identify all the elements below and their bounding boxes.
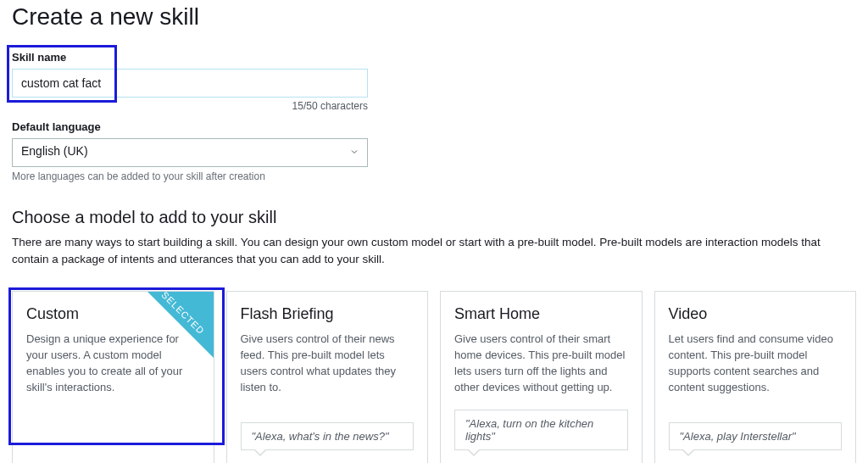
- model-section-title: Choose a model to add to your skill: [12, 208, 856, 227]
- card-title: Smart Home: [454, 305, 628, 323]
- skill-name-group: Skill name 15/50 characters: [12, 51, 368, 112]
- model-cards: SELECTED Custom Design a unique experien…: [12, 291, 856, 463]
- model-card-custom[interactable]: SELECTED Custom Design a unique experien…: [12, 291, 214, 463]
- card-description: Give users control of their news feed. T…: [241, 332, 415, 408]
- card-title: Flash Briefing: [241, 305, 415, 323]
- page-title: Create a new skill: [12, 3, 856, 31]
- card-description: Let users find and consume video content…: [669, 332, 843, 408]
- card-description: Design a unique experience for your user…: [26, 332, 200, 449]
- skill-name-label: Skill name: [12, 51, 368, 64]
- model-card-video[interactable]: Video Let users find and consume video c…: [654, 291, 857, 463]
- default-language-group: Default language English (UK) More langu…: [12, 120, 368, 182]
- skill-name-char-counter: 15/50 characters: [12, 100, 368, 112]
- language-hint: More languages can be added to your skil…: [12, 170, 368, 182]
- default-language-select[interactable]: English (UK): [12, 138, 368, 167]
- card-title: Video: [669, 305, 843, 323]
- default-language-label: Default language: [12, 120, 368, 133]
- example-utterance: "Alexa, turn on the kitchen lights": [454, 410, 628, 450]
- card-description: Give users control of their smart home d…: [454, 332, 628, 395]
- example-utterance: "Alexa, play Interstellar": [669, 422, 843, 450]
- model-card-smart-home[interactable]: Smart Home Give users control of their s…: [440, 291, 643, 463]
- model-card-flash-briefing[interactable]: Flash Briefing Give users control of the…: [226, 291, 429, 463]
- card-title: Custom: [26, 305, 200, 323]
- example-utterance: "Alexa, what's in the news?": [241, 422, 415, 450]
- skill-name-input[interactable]: [12, 69, 368, 98]
- model-section-description: There are many ways to start building a …: [12, 234, 843, 267]
